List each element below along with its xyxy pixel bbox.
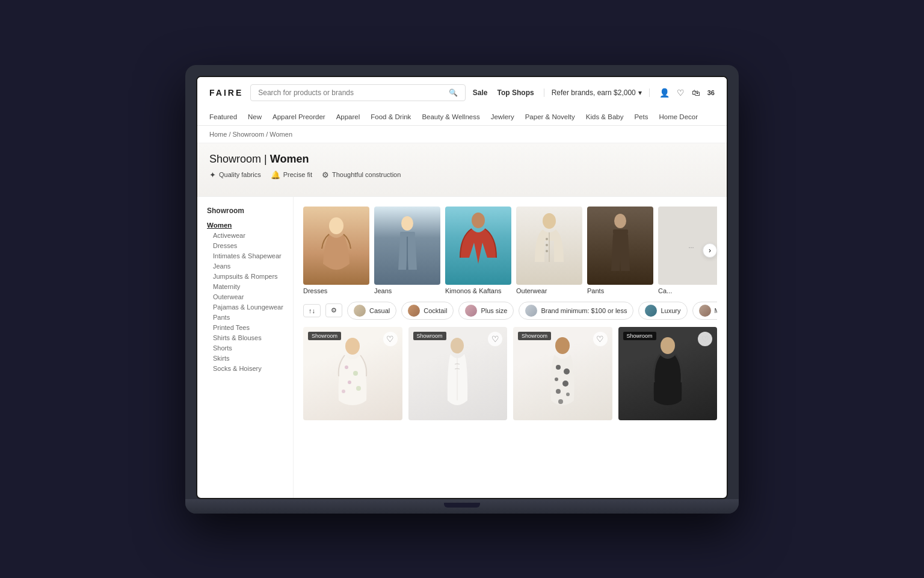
sidebar-item-jumpsuits[interactable]: Jumpsuits & Rompers: [207, 272, 283, 282]
breadcrumb-showroom[interactable]: Showroom: [233, 131, 265, 138]
sidebar-item-dresses[interactable]: Dresses: [207, 241, 283, 251]
svg-point-22: [564, 368, 570, 374]
category-dresses-label: Dresses: [303, 287, 369, 294]
category-outerwear[interactable]: Outerwear: [516, 207, 582, 294]
sidebar-item-printed-tees[interactable]: Printed Tees: [207, 323, 283, 333]
svg-point-24: [562, 381, 568, 387]
cart-icon[interactable]: 🛍: [692, 88, 700, 98]
showroom-badge-2: Showroom: [518, 332, 551, 340]
product-image-2: Showroom ♡: [513, 327, 612, 420]
product-card-2[interactable]: Showroom ♡: [513, 327, 612, 420]
sidebar-item-activewear[interactable]: Activewear: [207, 231, 283, 241]
nav-new[interactable]: New: [248, 113, 262, 120]
sidebar: Showroom Women Activewear Dresses Intima…: [197, 197, 294, 498]
badge-quality: ✦ Quality fabrics: [209, 170, 261, 179]
product-card-3[interactable]: Showroom ♡: [618, 327, 718, 420]
svg-rect-8: [546, 244, 548, 246]
product-image-0: Showroom ♡: [303, 327, 402, 420]
svg-rect-11: [613, 229, 628, 234]
svg-point-1: [401, 216, 413, 231]
showroom-badge-0: Showroom: [308, 332, 341, 340]
search-bar[interactable]: 🔍: [250, 84, 466, 101]
category-kimonos[interactable]: Kimonos & Kaftans: [445, 207, 511, 294]
filter-casual[interactable]: Casual: [347, 302, 396, 320]
account-icon[interactable]: 👤: [659, 88, 670, 98]
construction-icon: ⚙: [322, 170, 329, 179]
nav-home-decor[interactable]: Home Decor: [659, 113, 698, 120]
svg-point-26: [566, 393, 570, 396]
svg-point-28: [661, 337, 675, 354]
search-icon: 🔍: [449, 89, 458, 97]
wishlist-button-2[interactable]: ♡: [593, 332, 608, 346]
svg-rect-9: [546, 250, 548, 252]
svg-point-23: [555, 378, 558, 381]
logo[interactable]: FAIRE: [209, 88, 243, 98]
category-jeans[interactable]: Jeans: [374, 207, 440, 294]
nav-paper[interactable]: Paper & Novelty: [525, 113, 575, 120]
category-dresses[interactable]: Dresses: [303, 207, 369, 294]
filter-luxury[interactable]: Luxury: [638, 302, 687, 320]
wishlist-button-3[interactable]: ♡: [698, 332, 712, 346]
header-icons: 👤 ♡ 🛍 36: [659, 88, 715, 98]
product-card-0[interactable]: Showroom ♡: [303, 327, 402, 420]
category-pants[interactable]: Pants: [587, 207, 653, 294]
product-card-1[interactable]: Showroom ♡: [408, 327, 508, 420]
sale-link[interactable]: Sale: [473, 89, 488, 97]
sort-button[interactable]: ↑↓: [303, 304, 321, 317]
sidebar-item-shorts[interactable]: Shorts: [207, 343, 283, 353]
sidebar-item-shirts[interactable]: Shirts & Blouses: [207, 333, 283, 343]
wishlist-button-0[interactable]: ♡: [383, 332, 398, 346]
sidebar-item-maternity[interactable]: Maternity: [207, 282, 283, 292]
sidebar-item-socks[interactable]: Socks & Hoisery: [207, 364, 283, 374]
svg-point-13: [345, 365, 348, 369]
top-shops-link[interactable]: Top Shops: [497, 89, 534, 97]
cart-count: 36: [707, 89, 715, 96]
filter-button[interactable]: ⚙: [325, 303, 342, 317]
filter-plus-size[interactable]: Plus size: [458, 302, 514, 320]
showroom-hero: Showroom | Women ✦ Quality fabrics 🔔 Pre…: [197, 143, 727, 197]
svg-rect-2: [400, 232, 415, 237]
filter-bar: ↑↓ ⚙ Casual Cocktail Plus: [303, 302, 717, 320]
sidebar-item-skirts[interactable]: Skirts: [207, 353, 283, 364]
nav-jewlery[interactable]: Jewlery: [491, 113, 514, 120]
nav-kids[interactable]: Kids & Baby: [586, 113, 624, 120]
product-grid: Showroom ♡: [303, 327, 717, 420]
badge-fit: 🔔 Precise fit: [271, 170, 312, 179]
breadcrumb-home[interactable]: Home: [209, 131, 227, 138]
svg-point-4: [472, 213, 485, 228]
sidebar-item-jeans[interactable]: Jeans: [207, 261, 283, 272]
category-scroll: Dresses Jeans: [303, 207, 717, 294]
nav-apparel-preorder[interactable]: Apparel Preorder: [273, 113, 325, 120]
nav-food-drink[interactable]: Food & Drink: [371, 113, 411, 120]
svg-point-21: [556, 365, 561, 370]
sidebar-item-pants[interactable]: Pants: [207, 312, 283, 323]
nav-apparel[interactable]: Apparel: [336, 113, 360, 120]
svg-point-17: [342, 390, 345, 393]
wishlist-button-1[interactable]: ♡: [488, 332, 502, 346]
scroll-right-button[interactable]: ›: [703, 243, 717, 258]
page-title: Showroom: [209, 153, 261, 165]
svg-point-27: [558, 399, 563, 404]
product-image-3: Showroom ♡: [618, 327, 718, 420]
nav-featured[interactable]: Featured: [209, 113, 237, 120]
filter-brand-min[interactable]: Brand minimum: $100 or less: [519, 302, 633, 320]
category-jeans-label: Jeans: [374, 287, 440, 294]
search-input[interactable]: [258, 89, 444, 97]
sidebar-item-outerwear[interactable]: Outerwear: [207, 292, 283, 302]
sidebar-item-pajamas[interactable]: Pajamas & Loungewear: [207, 302, 283, 312]
svg-point-12: [345, 338, 360, 355]
filter-cocktail[interactable]: Cocktail: [401, 302, 454, 320]
svg-point-14: [353, 371, 358, 376]
wishlist-icon[interactable]: ♡: [677, 88, 685, 98]
filter-mid-price[interactable]: Mid-price range: [692, 302, 718, 320]
svg-point-16: [356, 386, 361, 391]
sidebar-item-women[interactable]: Women: [207, 220, 283, 231]
category-pants-label: Pants: [587, 287, 653, 294]
svg-point-18: [451, 338, 464, 353]
showroom-badge-1: Showroom: [413, 332, 446, 340]
nav-beauty[interactable]: Beauty & Wellness: [422, 113, 479, 120]
breadcrumb: Home / Showroom / Women: [197, 126, 727, 143]
nav-pets[interactable]: Pets: [634, 113, 648, 120]
refer-button[interactable]: Refer brands, earn $2,000 ▾: [544, 89, 650, 97]
sidebar-item-intimates[interactable]: Intimates & Shapewear: [207, 251, 283, 261]
